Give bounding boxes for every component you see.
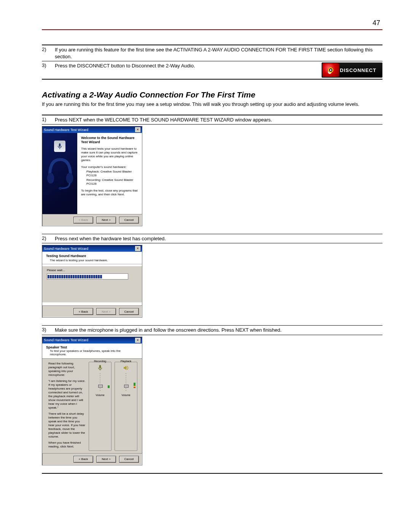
disconnect-button-graphic: DISCONNECT	[322, 62, 382, 78]
wizard-testing-dialog: Sound Hardware Test Wizard × Testing Sou…	[42, 245, 142, 318]
next-button[interactable]: Next >	[96, 456, 116, 463]
speaker-icon	[123, 364, 129, 371]
section-heading: Activating a 2-Way Audio Connection For …	[42, 90, 382, 99]
wizard-title: Sound Hardware Test Wizard	[44, 338, 88, 342]
wizard-sidebar	[42, 133, 77, 214]
wizard-speaker-test-dialog: Sound Hardware Test Wizard × Speaker Tes…	[42, 337, 142, 465]
microphone-icon	[97, 364, 104, 371]
list-number: 3)	[42, 62, 49, 68]
list-item: 2) If you are running this feature for t…	[42, 45, 382, 61]
wizard-heading: Testing Sound Hardware	[46, 254, 138, 258]
headset-icon	[45, 154, 75, 192]
wizard-text: This wizard tests your sound hardware to…	[81, 147, 138, 162]
divider	[42, 335, 382, 335]
please-wait-label: Please wait...	[47, 268, 137, 272]
list-text: Press NEXT when the WELCOME TO THE SOUND…	[55, 117, 382, 123]
wizard-text: When you have finished reading, click Ne…	[48, 441, 86, 449]
header-rule	[42, 29, 382, 30]
list-item: 3) Press the DISCONNECT button to Discon…	[42, 61, 382, 79]
disconnect-label: DISCONNECT	[340, 67, 376, 73]
list-text: Make sure the microphone is plugged in a…	[55, 327, 382, 334]
volume-label: Volume	[96, 394, 104, 396]
svg-point-1	[66, 173, 73, 184]
recording-group: Recording Volume	[89, 362, 112, 451]
volume-label: Volume	[121, 394, 130, 396]
next-button[interactable]: Next >	[96, 308, 116, 315]
volume-slider[interactable]	[126, 373, 126, 391]
cancel-button[interactable]: Cancel	[119, 308, 139, 315]
list-number: 2)	[42, 46, 49, 52]
back-button[interactable]: < Back	[73, 308, 93, 315]
list-text: Press the DISCONNECT button to Disconnec…	[55, 62, 316, 69]
back-button[interactable]: < Back	[73, 456, 93, 463]
list-text: Press next when the hardware test has co…	[55, 235, 382, 242]
wizard-title: Sound Hardware Test Wizard	[44, 128, 88, 132]
camera-icon	[322, 63, 339, 77]
wizard-recording-device: Recording: Creative Sound Blaster PCI128	[86, 178, 138, 186]
divider	[42, 243, 382, 243]
cancel-button[interactable]: Cancel	[119, 217, 139, 224]
divider	[42, 124, 382, 125]
wizard-quote: "I am listening for my voice. If my spea…	[48, 379, 86, 410]
section-intro: If you are running this for the first ti…	[42, 101, 382, 108]
wizard-subheading: To test your speakers or headphones, spe…	[50, 349, 138, 356]
cancel-button[interactable]: Cancel	[119, 456, 139, 463]
wizard-text: To begin the test, close any programs th…	[81, 189, 138, 197]
wizard-title: Sound Hardware Test Wizard	[44, 247, 88, 251]
list-item: 1) Press NEXT when the WELCOME TO THE SO…	[42, 115, 382, 125]
page-number: 47	[42, 19, 382, 27]
playback-group: Playback Volume	[115, 362, 137, 451]
close-icon[interactable]: ×	[135, 127, 140, 132]
wizard-text: Read the following paragraph out loud, s…	[48, 362, 86, 377]
list-number: 3)	[42, 327, 49, 332]
list-bottom-rule	[42, 79, 382, 80]
step-bottom-rule	[42, 473, 382, 474]
list-item: 2) Press next when the hardware test has…	[42, 234, 382, 243]
next-button[interactable]: Next >	[96, 217, 116, 224]
back-button[interactable]: < Back	[73, 217, 93, 224]
level-meter	[134, 371, 135, 388]
list-number: 2)	[42, 235, 49, 241]
wizard-text: There will be a short delay between the …	[48, 412, 86, 439]
svg-point-0	[47, 173, 54, 184]
list-text: If you are running this feature for the …	[55, 46, 382, 60]
wizard-heading: Speaker Test	[46, 345, 138, 349]
progress-bar	[47, 273, 128, 280]
wizard-heading: Welcome to the Sound Hardware Test Wizar…	[81, 136, 138, 145]
wizard-text: Your computer's sound hardware:	[81, 165, 138, 169]
list-number: 1)	[42, 117, 49, 122]
document-page: 47 2) If you are running this feature fo…	[0, 0, 411, 532]
volume-slider[interactable]	[100, 373, 100, 391]
close-icon[interactable]: ×	[135, 338, 140, 343]
wizard-welcome-dialog: Sound Hardware Test Wizard × Welcome to …	[42, 126, 142, 226]
level-meter	[108, 371, 110, 388]
wizard-playback-device: Playback: Creative Sound Blaster PCI128	[86, 170, 138, 177]
close-icon[interactable]: ×	[135, 246, 140, 251]
svg-point-2	[59, 187, 62, 190]
wizard-subheading: The wizard is testing your sound hardwar…	[50, 259, 138, 262]
list-item: 3) Make sure the microphone is plugged i…	[42, 326, 382, 335]
microphone-icon	[54, 141, 65, 152]
